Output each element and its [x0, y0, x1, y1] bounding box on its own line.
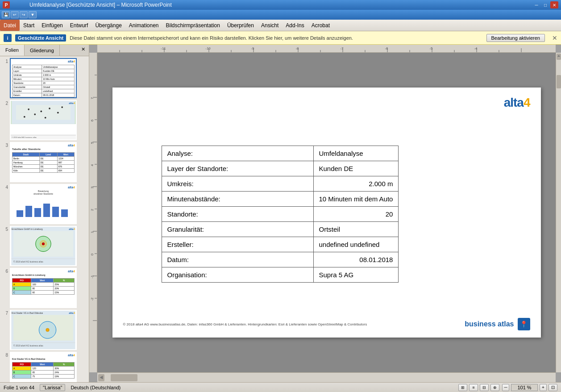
slide-thumb-1[interactable]: 1 alta4 Analyse:Umfeldanalyse Layer:Kund… [2, 58, 87, 98]
protected-view-banner: i Geschützte Ansicht Diese Datei stammt … [0, 31, 561, 45]
slide-num-1: 1 [2, 59, 8, 64]
preview-data-table-3: StadtLandWert BerlinDE1234 HamburgDE987 … [12, 152, 75, 173]
tab-gliederung[interactable]: Gliederung [25, 45, 60, 56]
slide-num-6: 6 [2, 269, 8, 274]
save-button[interactable]: 💾 [2, 11, 10, 18]
fit-slide-button[interactable]: ⊡ [549, 384, 557, 391]
customize-button[interactable]: ▼ [29, 11, 37, 18]
menu-animationen[interactable]: Animationen [125, 20, 162, 31]
slide-thumb-2[interactable]: 2 alta4 [2, 100, 87, 140]
slide-thumb-8[interactable]: 8 alta4 Krei Stader VG in Bad Oldesloe P… [2, 352, 87, 382]
slide-preview-7[interactable]: alta4 Krei Stader VG in Bad Oldesloe © 2… [10, 310, 77, 350]
svg-point-20 [42, 242, 45, 245]
slide-preview-8[interactable]: alta4 Krei Stader VG in Bad Oldesloe POI… [10, 352, 77, 382]
svg-rect-15 [61, 209, 68, 217]
view-icons: ⊞ ≡ ⊟ ⊕ [458, 384, 499, 391]
normal-view-button[interactable]: ⊞ [458, 384, 467, 391]
window-controls: ─ □ ✕ [532, 1, 558, 8]
menu-uebergaenge[interactable]: Übergänge [91, 20, 125, 31]
svg-rect-10 [17, 210, 23, 217]
zoom-in-button[interactable]: + [540, 384, 547, 391]
table-cell-label-4: Minutenabstände: [162, 192, 313, 207]
preview-table-1: Analyse:Umfeldanalyse Layer:Kunden DE Um… [12, 65, 75, 98]
slide-main: alta4 Analyse: Umfeldanalyse Layer der S… [112, 88, 541, 338]
preview-title-6: Erreichbare GmbH in Lüneburg [12, 274, 75, 276]
menu-addins[interactable]: Add-Ins [282, 20, 308, 31]
table-row: Layer der Standorte: Kunden DE [162, 161, 399, 176]
svg-text:-9: -9 [251, 46, 254, 50]
title-bar-left: P Umfeldanalyse [Geschützte Ansicht] – M… [3, 1, 172, 8]
table-cell-label-9: Organisation: [162, 267, 313, 283]
slide-thumb-3[interactable]: 3 alta4 Tabelle aller Standorte StadtLan… [2, 142, 87, 182]
presentation-button[interactable]: ⊕ [490, 384, 499, 391]
menu-bar: Datei Start Einfügen Entwurf Übergänge A… [0, 20, 561, 31]
redo-button[interactable]: ↪ [20, 11, 28, 18]
preview-logo-3: alta4 [68, 144, 75, 147]
menu-ansicht[interactable]: Ansicht [258, 20, 282, 31]
activate-editing-button[interactable]: Bearbeitung aktivieren [486, 34, 545, 42]
svg-point-4 [49, 108, 50, 109]
svg-rect-11 [25, 206, 32, 217]
panel-close-button[interactable]: ✕ [78, 45, 89, 56]
menu-start[interactable]: Start [20, 20, 38, 31]
preview-logo-6: alta4 [68, 270, 75, 273]
slide-logo: alta4 [504, 96, 530, 110]
svg-rect-13 [43, 204, 50, 217]
menu-datei[interactable]: Datei [0, 20, 20, 31]
undo-button[interactable]: ↩ [11, 11, 19, 18]
table-cell-value-1: Umfeldanalyse [313, 146, 399, 161]
slide-thumb-6[interactable]: 6 alta4 Erreichbare GmbH in Lüneburg POI… [2, 268, 87, 308]
zoom-controls: ─ 101 % + ⊡ [502, 384, 557, 391]
slide-preview-2[interactable]: alta4 [10, 100, 77, 140]
preview-map-7: © 2018 alta4 AG business atlas [11, 311, 76, 349]
table-row: Minutenabstände: 10 Minuten mit dem Auto [162, 192, 399, 207]
ruler-vertical: 7 6 5 4 3 2 1 0 -1 -2 [89, 53, 97, 372]
menu-entwurf[interactable]: Entwurf [66, 20, 92, 31]
preview-logo-1: alta4 [68, 60, 75, 63]
slide-num-4: 4 [2, 185, 8, 190]
table-cell-label-3: Umkreis: [162, 176, 313, 192]
svg-text:0: 0 [90, 253, 94, 255]
svg-text:-5: -5 [429, 46, 433, 50]
app-icon: P [3, 1, 10, 8]
slide-preview-5[interactable]: alta4 Erreichbare GmbH in Lüneburg © 201… [10, 226, 77, 266]
scrollbar-horizontal[interactable] [97, 372, 556, 382]
slide-preview-4[interactable]: alta4 Bewertungeinzelner Standorte [10, 184, 77, 224]
svg-point-8 [61, 106, 63, 108]
zoom-out-button[interactable]: ─ [502, 384, 509, 391]
window-title: Umfeldanalyse [Geschützte Ansicht] – Mic… [29, 2, 172, 8]
zoom-level: 101 % [511, 384, 538, 391]
slide-preview-6[interactable]: alta4 Erreichbare GmbH in Lüneburg POIWe… [10, 268, 77, 308]
menu-einfuegen[interactable]: Einfügen [38, 20, 66, 31]
slide-preview-3[interactable]: alta4 Tabelle aller Standorte StadtLandW… [10, 142, 77, 182]
minimize-button[interactable]: ─ [532, 1, 540, 8]
slide-thumb-5[interactable]: 5 alta4 Erreichbare GmbH in Lüneburg © 2… [2, 226, 87, 266]
preview-map-5: © 2018 alta4 AG business atlas [11, 227, 76, 265]
slide-preview-1[interactable]: alta4 Analyse:Umfeldanalyse Layer:Kunden… [10, 58, 77, 98]
svg-text:4: 4 [90, 164, 94, 166]
quick-access-toolbar: 💾 ↩ ↪ ▼ [0, 10, 561, 20]
svg-text:© 2018 alta4 AG business atlas: © 2018 alta4 AG business atlas [13, 344, 43, 347]
menu-ueberpruefen[interactable]: Überprüfen [224, 20, 258, 31]
slide-thumb-7[interactable]: 7 alta4 Krei Stader VG in Bad Oldesloe ©… [2, 310, 87, 350]
table-cell-value-9: Supra 5 AG [313, 267, 399, 283]
menu-bildschirm[interactable]: Bildschirmpräsentation [162, 20, 224, 31]
tab-folien[interactable]: Folien [0, 45, 25, 56]
table-cell-value-4: 10 Minuten mit dem Auto [313, 192, 399, 207]
menu-acrobat[interactable]: Acrobat [308, 20, 333, 31]
banner-close-button[interactable]: ✕ [552, 34, 557, 42]
slide-thumb-4[interactable]: 4 alta4 Bewertungeinzelner Standorte [2, 184, 87, 224]
svg-rect-57 [89, 53, 97, 372]
logo-4-text: 4 [524, 96, 530, 109]
svg-point-7 [24, 116, 25, 118]
scrollbar-vertical[interactable] [556, 53, 561, 372]
preview-map-2 [11, 101, 76, 124]
svg-text:© 2018 alta4 AG business atlas: © 2018 alta4 AG business atlas [13, 260, 43, 263]
footer-copyright-text: © 2018 alta4 AG www.businessatlas.de, Da… [123, 322, 367, 326]
outline-view-button[interactable]: ≡ [469, 384, 478, 391]
maximize-button[interactable]: □ [541, 1, 549, 8]
slide-sorter-button[interactable]: ⊟ [480, 384, 489, 391]
preview-table-8: POIWert% A12030% B9524% C7519% [12, 362, 75, 379]
close-button[interactable]: ✕ [550, 1, 558, 8]
svg-text:-6: -6 [385, 46, 388, 50]
